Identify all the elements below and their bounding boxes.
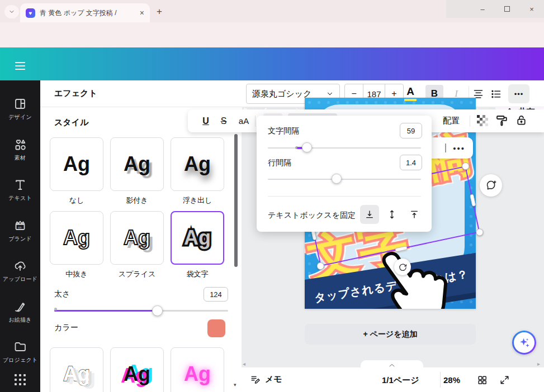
grid-view-icon[interactable]: [477, 375, 488, 385]
arrange-button[interactable]: 配置: [443, 116, 460, 126]
add-comment-button[interactable]: [480, 174, 502, 197]
text-color-bar: [404, 99, 417, 101]
panel-scrollbar[interactable]: [234, 134, 238, 267]
panel-divider: [40, 107, 242, 107]
collapse-toolbar-tab[interactable]: [361, 360, 423, 367]
hscroll-right-icon[interactable]: ▸: [537, 361, 540, 367]
style-label: 中抜き: [50, 269, 103, 279]
strikethrough-button[interactable]: S: [215, 116, 233, 126]
tab-search-chevron-icon[interactable]: [4, 5, 19, 18]
sidebar-item-elements[interactable]: 素材: [0, 131, 40, 168]
thickness-label: 太さ: [54, 289, 70, 299]
style-card-splice[interactable]: Ag: [110, 211, 164, 265]
style-card-neon[interactable]: Ag: [171, 347, 224, 392]
color-swatch[interactable]: [207, 319, 225, 337]
font-name: 源泉丸ゴシック: [252, 89, 311, 99]
letter-spacing-value[interactable]: 59: [400, 123, 422, 138]
browser-titlebar: ♥ 青 黄色 ポップ 文字投稿 / × + – ×: [0, 0, 544, 22]
style-label: スプライス: [110, 269, 164, 279]
style-label: 袋文字: [171, 269, 224, 279]
draw-icon: [13, 300, 27, 313]
window-close-button[interactable]: ×: [519, 0, 544, 18]
line-spacing-slider[interactable]: [268, 179, 421, 180]
sidebar-item-brand[interactable]: co. ブランド: [0, 212, 40, 249]
partial-icon: [445, 144, 446, 152]
anchor-top-button[interactable]: [405, 205, 424, 224]
line-spacing-handle[interactable]: [332, 174, 342, 184]
window-maximize-button[interactable]: [495, 0, 519, 18]
notes-button[interactable]: メモ: [250, 374, 282, 385]
sidebar-item-design[interactable]: デザイン: [0, 90, 40, 127]
text-case-button[interactable]: aA: [233, 116, 255, 126]
rotate-icon: [398, 262, 408, 272]
svg-text:co.: co.: [18, 225, 22, 228]
tab-title: 青 黄色 ポップ 文字投稿 /: [40, 8, 135, 18]
add-page-button[interactable]: + ページを追加: [305, 324, 476, 345]
magic-assistant-button[interactable]: [512, 331, 536, 355]
list-icon[interactable]: [490, 88, 502, 100]
color-label: カラー: [54, 323, 78, 333]
style-card-echo[interactable]: Ag: [50, 347, 103, 392]
page-indicator[interactable]: 1/1ページ: [382, 375, 419, 386]
scroll-down-icon[interactable]: ▾: [234, 382, 236, 388]
tab-close-icon[interactable]: ×: [140, 8, 144, 17]
zoom-level[interactable]: 28%: [443, 375, 460, 385]
spacing-popup: 文字間隔 59 行間隔 1.4 テキストボックスを固定: [257, 116, 432, 232]
letter-spacing-label: 文字間隔: [268, 126, 299, 136]
sidebar-item-text[interactable]: テキスト: [0, 171, 40, 208]
window-minimize-button[interactable]: –: [470, 0, 495, 18]
sidebar-item-draw[interactable]: お絵描き: [0, 293, 40, 330]
anchor-bottom-button[interactable]: [360, 205, 379, 224]
browser-tab[interactable]: ♥ 青 黄色 ポップ 文字投稿 / ×: [20, 3, 150, 22]
chevron-down-icon: [326, 90, 334, 98]
upload-icon: [13, 259, 27, 273]
underline-button[interactable]: U: [197, 116, 215, 126]
hscroll-left-icon[interactable]: ◂: [243, 361, 245, 367]
copy-style-roller-icon[interactable]: [495, 114, 509, 127]
new-tab-button[interactable]: +: [157, 6, 162, 17]
style-card-none[interactable]: Ag: [50, 137, 103, 191]
sidebar-item-projects[interactable]: プロジェクト: [0, 333, 40, 370]
thickness-slider-handle[interactable]: [152, 305, 163, 316]
comment-icon: [485, 180, 497, 192]
browser-navbar: canva.com/design/DAF87iSfe2E/Op0CV0tfeqJ…: [0, 22, 544, 47]
text-color-button[interactable]: A: [402, 84, 419, 103]
panel-title: エフェクト: [54, 88, 97, 99]
anchor-label: テキストボックスを固定: [268, 211, 356, 221]
text-icon: [13, 178, 27, 192]
style-label: なし: [50, 195, 103, 205]
style-label: 影付き: [110, 195, 164, 205]
toolbar-more-button[interactable]: •••: [508, 84, 529, 103]
bottombar-divider: [440, 372, 441, 388]
letter-spacing-slider[interactable]: [268, 147, 421, 149]
fullscreen-icon[interactable]: [499, 375, 510, 385]
popup-divider: [268, 196, 421, 197]
style-card-shadow[interactable]: Ag: [110, 137, 164, 191]
sidebar-item-uploads[interactable]: アップロード: [0, 252, 40, 289]
app-sidebar: デザイン 素材 テキスト co. ブランド アップロード お絵描き プロジェクト: [0, 80, 40, 392]
style-card-glitch[interactable]: Ag: [110, 347, 164, 392]
line-spacing-value[interactable]: 1.4: [400, 155, 422, 170]
selection-handle-corner[interactable]: [475, 228, 484, 236]
anchor-top-icon: [409, 209, 419, 219]
notes-icon: [250, 374, 261, 385]
style-card-lift[interactable]: Ag: [171, 137, 224, 191]
more-dots[interactable]: •••: [453, 144, 465, 153]
apps-grid-icon[interactable]: [15, 374, 17, 376]
design-icon: [13, 97, 27, 111]
rotate-handle[interactable]: [394, 259, 411, 275]
transparency-icon[interactable]: [476, 114, 489, 127]
style-card-outline-selected[interactable]: Ag: [171, 211, 224, 265]
lock-icon[interactable]: [515, 114, 528, 127]
thickness-value[interactable]: 124: [204, 287, 228, 302]
anchor-middle-button[interactable]: [382, 205, 401, 224]
screen: ♥ 青 黄色 ポップ 文字投稿 / × + – × canva.com/desi…: [0, 0, 544, 392]
letter-spacing-handle[interactable]: [302, 142, 312, 152]
canva-logo-icon: ♥: [26, 8, 35, 18]
toolbar-divider: [470, 116, 470, 127]
sparkle-icon: [518, 337, 531, 349]
line-spacing-label: 行間隔: [268, 158, 291, 168]
style-card-hollow[interactable]: Ag: [50, 211, 103, 265]
bottom-bar: メモ 1/1ページ 28%: [242, 367, 544, 392]
main-menu-icon[interactable]: [15, 60, 25, 72]
